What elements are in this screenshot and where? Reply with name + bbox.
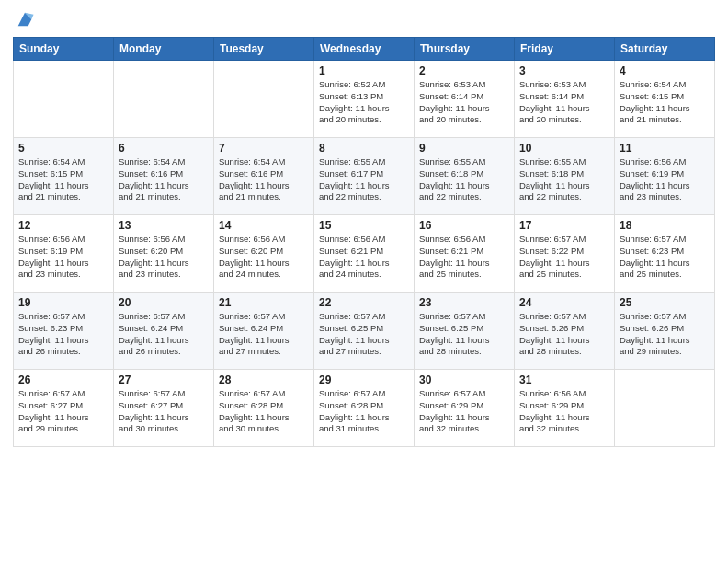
calendar-table: SundayMondayTuesdayWednesdayThursdayFrid… <box>13 37 715 447</box>
day-number: 22 <box>319 296 409 309</box>
day-info: Sunrise: 6:53 AM Sunset: 6:14 PM Dayligh… <box>519 79 609 126</box>
calendar-cell: 22Sunrise: 6:57 AM Sunset: 6:25 PM Dayli… <box>314 293 415 370</box>
day-number: 24 <box>519 296 609 309</box>
day-number: 4 <box>620 64 710 77</box>
day-info: Sunrise: 6:53 AM Sunset: 6:14 PM Dayligh… <box>419 79 509 126</box>
calendar-cell: 4Sunrise: 6:54 AM Sunset: 6:15 PM Daylig… <box>615 61 715 138</box>
day-number: 13 <box>119 219 209 232</box>
calendar-cell: 11Sunrise: 6:56 AM Sunset: 6:19 PM Dayli… <box>615 138 715 215</box>
calendar-cell: 16Sunrise: 6:56 AM Sunset: 6:21 PM Dayli… <box>415 215 515 293</box>
day-info: Sunrise: 6:57 AM Sunset: 6:27 PM Dayligh… <box>119 388 209 435</box>
logo <box>13 9 35 29</box>
day-number: 2 <box>419 64 509 77</box>
day-number: 5 <box>18 142 108 155</box>
day-number: 29 <box>319 373 409 386</box>
day-number: 10 <box>519 142 609 155</box>
calendar-cell: 1Sunrise: 6:52 AM Sunset: 6:13 PM Daylig… <box>314 61 415 138</box>
day-info: Sunrise: 6:57 AM Sunset: 6:25 PM Dayligh… <box>419 311 509 358</box>
day-info: Sunrise: 6:56 AM Sunset: 6:21 PM Dayligh… <box>319 234 409 281</box>
day-number: 8 <box>319 142 409 155</box>
day-info: Sunrise: 6:57 AM Sunset: 6:23 PM Dayligh… <box>18 311 108 358</box>
weekday-header-saturday: Saturday <box>615 38 715 61</box>
day-number: 14 <box>219 219 309 232</box>
day-number: 21 <box>219 296 309 309</box>
day-info: Sunrise: 6:57 AM Sunset: 6:29 PM Dayligh… <box>419 388 509 435</box>
calendar-week-row: 1Sunrise: 6:52 AM Sunset: 6:13 PM Daylig… <box>14 61 715 138</box>
day-info: Sunrise: 6:57 AM Sunset: 6:28 PM Dayligh… <box>319 388 409 435</box>
weekday-header-sunday: Sunday <box>14 38 114 61</box>
day-number: 15 <box>319 219 409 232</box>
calendar-cell: 27Sunrise: 6:57 AM Sunset: 6:27 PM Dayli… <box>114 370 214 447</box>
day-info: Sunrise: 6:56 AM Sunset: 6:19 PM Dayligh… <box>620 156 710 203</box>
day-number: 25 <box>620 296 710 309</box>
calendar-week-row: 12Sunrise: 6:56 AM Sunset: 6:19 PM Dayli… <box>14 215 715 293</box>
day-info: Sunrise: 6:56 AM Sunset: 6:20 PM Dayligh… <box>219 234 309 281</box>
calendar-cell <box>214 61 314 138</box>
day-number: 17 <box>519 219 609 232</box>
day-info: Sunrise: 6:57 AM Sunset: 6:26 PM Dayligh… <box>519 311 609 358</box>
day-info: Sunrise: 6:56 AM Sunset: 6:21 PM Dayligh… <box>419 234 509 281</box>
day-number: 27 <box>119 373 209 386</box>
weekday-header-row: SundayMondayTuesdayWednesdayThursdayFrid… <box>14 38 715 61</box>
calendar-cell: 21Sunrise: 6:57 AM Sunset: 6:24 PM Dayli… <box>214 293 314 370</box>
day-number: 9 <box>419 142 509 155</box>
logo-icon <box>15 9 35 29</box>
calendar-cell: 3Sunrise: 6:53 AM Sunset: 6:14 PM Daylig… <box>515 61 615 138</box>
day-number: 18 <box>620 219 710 232</box>
day-info: Sunrise: 6:57 AM Sunset: 6:24 PM Dayligh… <box>219 311 309 358</box>
day-info: Sunrise: 6:57 AM Sunset: 6:22 PM Dayligh… <box>519 234 609 281</box>
day-info: Sunrise: 6:54 AM Sunset: 6:16 PM Dayligh… <box>119 156 209 203</box>
calendar-cell: 15Sunrise: 6:56 AM Sunset: 6:21 PM Dayli… <box>314 215 415 293</box>
calendar-week-row: 19Sunrise: 6:57 AM Sunset: 6:23 PM Dayli… <box>14 293 715 370</box>
weekday-header-wednesday: Wednesday <box>314 38 415 61</box>
weekday-header-tuesday: Tuesday <box>214 38 314 61</box>
calendar-cell: 29Sunrise: 6:57 AM Sunset: 6:28 PM Dayli… <box>314 370 415 447</box>
calendar-cell: 6Sunrise: 6:54 AM Sunset: 6:16 PM Daylig… <box>114 138 214 215</box>
calendar-cell: 31Sunrise: 6:56 AM Sunset: 6:29 PM Dayli… <box>515 370 615 447</box>
calendar-cell: 7Sunrise: 6:54 AM Sunset: 6:16 PM Daylig… <box>214 138 314 215</box>
day-info: Sunrise: 6:57 AM Sunset: 6:26 PM Dayligh… <box>620 311 710 358</box>
day-info: Sunrise: 6:54 AM Sunset: 6:15 PM Dayligh… <box>18 156 108 203</box>
calendar-cell: 30Sunrise: 6:57 AM Sunset: 6:29 PM Dayli… <box>415 370 515 447</box>
day-info: Sunrise: 6:52 AM Sunset: 6:13 PM Dayligh… <box>319 79 409 126</box>
day-info: Sunrise: 6:54 AM Sunset: 6:16 PM Dayligh… <box>219 156 309 203</box>
day-number: 20 <box>119 296 209 309</box>
calendar-cell: 25Sunrise: 6:57 AM Sunset: 6:26 PM Dayli… <box>615 293 715 370</box>
day-info: Sunrise: 6:56 AM Sunset: 6:19 PM Dayligh… <box>18 234 108 281</box>
day-info: Sunrise: 6:56 AM Sunset: 6:20 PM Dayligh… <box>119 234 209 281</box>
day-info: Sunrise: 6:57 AM Sunset: 6:23 PM Dayligh… <box>620 234 710 281</box>
day-info: Sunrise: 6:55 AM Sunset: 6:18 PM Dayligh… <box>419 156 509 203</box>
day-number: 1 <box>319 64 409 77</box>
calendar-cell: 5Sunrise: 6:54 AM Sunset: 6:15 PM Daylig… <box>14 138 114 215</box>
calendar-cell: 14Sunrise: 6:56 AM Sunset: 6:20 PM Dayli… <box>214 215 314 293</box>
weekday-header-friday: Friday <box>515 38 615 61</box>
day-number: 28 <box>219 373 309 386</box>
calendar-cell: 2Sunrise: 6:53 AM Sunset: 6:14 PM Daylig… <box>415 61 515 138</box>
day-info: Sunrise: 6:57 AM Sunset: 6:24 PM Dayligh… <box>119 311 209 358</box>
day-number: 16 <box>419 219 509 232</box>
calendar-cell: 10Sunrise: 6:55 AM Sunset: 6:18 PM Dayli… <box>515 138 615 215</box>
day-number: 6 <box>119 142 209 155</box>
calendar-cell: 19Sunrise: 6:57 AM Sunset: 6:23 PM Dayli… <box>14 293 114 370</box>
day-info: Sunrise: 6:57 AM Sunset: 6:25 PM Dayligh… <box>319 311 409 358</box>
calendar-cell <box>14 61 114 138</box>
weekday-header-thursday: Thursday <box>415 38 515 61</box>
calendar-week-row: 5Sunrise: 6:54 AM Sunset: 6:15 PM Daylig… <box>14 138 715 215</box>
calendar-week-row: 26Sunrise: 6:57 AM Sunset: 6:27 PM Dayli… <box>14 370 715 447</box>
day-info: Sunrise: 6:57 AM Sunset: 6:27 PM Dayligh… <box>18 388 108 435</box>
calendar-cell: 24Sunrise: 6:57 AM Sunset: 6:26 PM Dayli… <box>515 293 615 370</box>
calendar-cell: 20Sunrise: 6:57 AM Sunset: 6:24 PM Dayli… <box>114 293 214 370</box>
day-number: 26 <box>18 373 108 386</box>
calendar-cell: 18Sunrise: 6:57 AM Sunset: 6:23 PM Dayli… <box>615 215 715 293</box>
day-number: 3 <box>519 64 609 77</box>
day-number: 19 <box>18 296 108 309</box>
calendar-cell: 12Sunrise: 6:56 AM Sunset: 6:19 PM Dayli… <box>14 215 114 293</box>
day-info: Sunrise: 6:57 AM Sunset: 6:28 PM Dayligh… <box>219 388 309 435</box>
day-info: Sunrise: 6:54 AM Sunset: 6:15 PM Dayligh… <box>620 79 710 126</box>
calendar-cell: 9Sunrise: 6:55 AM Sunset: 6:18 PM Daylig… <box>415 138 515 215</box>
calendar-cell: 28Sunrise: 6:57 AM Sunset: 6:28 PM Dayli… <box>214 370 314 447</box>
header <box>13 9 715 29</box>
day-number: 12 <box>18 219 108 232</box>
day-info: Sunrise: 6:55 AM Sunset: 6:17 PM Dayligh… <box>319 156 409 203</box>
calendar-cell: 23Sunrise: 6:57 AM Sunset: 6:25 PM Dayli… <box>415 293 515 370</box>
